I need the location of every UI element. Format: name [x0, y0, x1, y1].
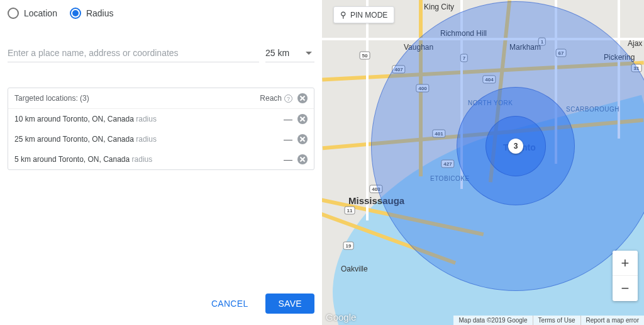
zoom-in-button[interactable]: + [613, 251, 638, 276]
targeted-locations-table: Targeted locations: (3) Reach ? 10 km ar… [8, 88, 314, 170]
city-label: King City [424, 3, 454, 11]
center-count-badge[interactable]: 3 [508, 139, 523, 154]
map-attribution: Map data ©2019 Google Terms of Use Repor… [453, 316, 644, 325]
remove-row-icon[interactable] [297, 134, 308, 144]
remove-all-icon[interactable] [297, 93, 308, 103]
remove-row-icon[interactable] [297, 154, 308, 164]
zoom-control: + − [613, 251, 638, 301]
reach-value: — [284, 154, 292, 164]
attribution-terms-link[interactable]: Terms of Use [533, 316, 580, 325]
radio-circle-icon [8, 8, 19, 19]
cancel-button[interactable]: CANCEL [199, 294, 261, 314]
save-button[interactable]: SAVE [265, 294, 314, 314]
location-text: 10 km around Toronto, ON, Canada radius [14, 115, 279, 123]
mode-selector: Location Radius [0, 8, 322, 24]
targeted-count-label: Targeted locations: (3) [14, 94, 255, 103]
map-canvas[interactable]: 407 400 404 401 403 427 50 7 67 31 19 11… [322, 0, 644, 325]
distance-value: 25 km [265, 48, 289, 58]
reach-header: Reach ? [260, 94, 292, 103]
search-row: 25 km [0, 24, 322, 66]
pin-mode-label: PIN MODE [350, 11, 387, 20]
zoom-out-button[interactable]: − [613, 276, 638, 301]
table-row: 10 km around Toronto, ON, Canada radius … [8, 109, 314, 129]
remove-row-icon[interactable] [297, 114, 308, 124]
table-header-row: Targeted locations: (3) Reach ? [8, 88, 314, 109]
shield-icon: 50 [360, 52, 370, 60]
pin-mode-button[interactable]: ⚲ PIN MODE [333, 6, 394, 23]
dialog-actions: CANCEL SAVE [0, 282, 322, 325]
reach-value: — [284, 114, 292, 124]
shield-icon: 11 [345, 207, 355, 215]
radio-label-radius: Radius [86, 8, 114, 18]
location-text: 5 km around Toronto, ON, Canada radius [14, 155, 279, 164]
table-row: 25 km around Toronto, ON, Canada radius … [8, 129, 314, 149]
radio-radius[interactable]: Radius [70, 8, 114, 19]
city-label: Ajax [628, 39, 642, 48]
help-icon[interactable]: ? [284, 94, 292, 103]
radius-distance-select[interactable]: 25 km [265, 44, 314, 62]
targeting-panel: Location Radius 25 km Targeted locations… [0, 0, 322, 325]
location-text: 25 km around Toronto, ON, Canada radius [14, 135, 279, 144]
attribution-report-link[interactable]: Report a map error [580, 316, 644, 325]
city-label: Oakville [341, 265, 368, 273]
chevron-down-icon [306, 52, 312, 55]
google-logo: Google [326, 312, 356, 322]
location-search-input[interactable] [8, 44, 259, 62]
radio-circle-selected-icon [70, 8, 81, 19]
attribution-data: Map data ©2019 Google [453, 316, 532, 325]
radio-location[interactable]: Location [8, 8, 57, 19]
table-row: 5 km around Toronto, ON, Canada radius — [8, 149, 314, 169]
reach-value: — [284, 134, 292, 144]
shield-icon: 19 [343, 242, 354, 250]
pin-icon: ⚲ [340, 10, 347, 20]
road-minor [366, 0, 369, 220]
radio-label-location: Location [24, 8, 57, 18]
